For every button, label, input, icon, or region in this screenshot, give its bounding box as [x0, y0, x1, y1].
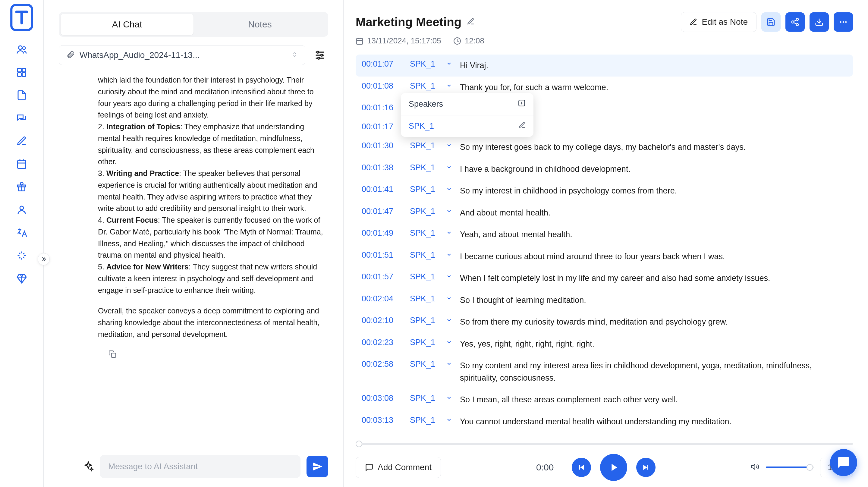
- tab-ai-chat[interactable]: AI Chat: [61, 14, 193, 35]
- svg-rect-3: [18, 68, 22, 72]
- svg-point-12: [318, 57, 320, 59]
- svg-point-14: [796, 19, 799, 21]
- share-icon-button[interactable]: [785, 12, 805, 32]
- transcript-row[interactable]: 00:01:41 SPK_1 So my interest in childho…: [355, 180, 853, 202]
- transcript-row[interactable]: 00:01:47 SPK_1 And about mental health.: [355, 202, 853, 224]
- add-speaker-icon[interactable]: [518, 99, 526, 109]
- chevron-down-icon[interactable]: [446, 229, 454, 238]
- transcript-time: 00:02:04: [362, 294, 404, 303]
- app-logo[interactable]: [8, 2, 35, 33]
- diamond-icon[interactable]: [16, 272, 28, 284]
- gift-icon[interactable]: [16, 181, 28, 193]
- transcript-speaker: SPK_1: [410, 338, 440, 347]
- chat-item: which laid the foundation for their inte…: [98, 74, 325, 121]
- transcript-speaker: SPK_1: [410, 185, 440, 194]
- svg-rect-6: [22, 73, 26, 77]
- transcript-row[interactable]: 00:01:07 SPK_1 Hi Viraj.: [355, 55, 853, 77]
- settings-sliders-icon[interactable]: [311, 47, 328, 64]
- chevron-down-icon[interactable]: [446, 394, 454, 403]
- dashboard-icon[interactable]: [16, 66, 28, 78]
- transcript-speaker: SPK_1: [410, 394, 440, 403]
- calendar-icon[interactable]: [16, 158, 28, 170]
- chevron-down-icon[interactable]: [446, 250, 454, 260]
- translate-icon[interactable]: [16, 226, 28, 239]
- transcript-row[interactable]: 00:01:51 SPK_1 I became curious about mi…: [355, 246, 853, 268]
- transcript-speaker: SPK_1: [410, 294, 440, 303]
- user-icon[interactable]: [16, 204, 28, 216]
- chevron-down-icon[interactable]: [446, 316, 454, 325]
- ai-chat-panel: AI Chat Notes WhatsApp_Audio_2024-11-13.…: [44, 0, 344, 487]
- transcript-row[interactable]: 00:03:13 SPK_1 You cannot understand men…: [355, 411, 853, 433]
- transcript-text: Yeah, and about mental health.: [460, 229, 847, 241]
- copy-button[interactable]: [107, 349, 118, 360]
- send-button[interactable]: [307, 456, 328, 477]
- document-icon[interactable]: [16, 89, 28, 101]
- more-icon-button[interactable]: [834, 12, 853, 32]
- prev-button[interactable]: [572, 458, 591, 477]
- transcript-speaker: SPK_1: [410, 81, 440, 91]
- chevron-down-icon[interactable]: [446, 163, 454, 172]
- transcript-row[interactable]: 00:03:08 SPK_1 So I mean, all these area…: [355, 389, 853, 411]
- transcript-time: 00:01:07: [362, 59, 404, 69]
- chevron-down-icon[interactable]: [446, 294, 454, 303]
- panel-tabs: AI Chat Notes: [59, 12, 328, 37]
- people-icon[interactable]: [16, 43, 28, 56]
- volume-icon[interactable]: [751, 462, 760, 473]
- sparkle-icon[interactable]: [16, 249, 28, 262]
- progress-thumb[interactable]: [355, 440, 362, 447]
- next-button[interactable]: [636, 458, 655, 477]
- svg-point-1: [19, 46, 22, 50]
- transcript-row[interactable]: 00:01:49 SPK_1 Yeah, and about mental he…: [355, 223, 853, 246]
- file-selector[interactable]: WhatsApp_Audio_2024-11-13...: [59, 45, 305, 65]
- attachment-icon: [66, 50, 75, 60]
- chevron-down-icon[interactable]: [446, 185, 454, 194]
- volume-thumb[interactable]: [807, 464, 813, 471]
- save-icon-button[interactable]: [761, 12, 781, 32]
- add-comment-button[interactable]: Add Comment: [355, 457, 441, 478]
- updown-icon: [292, 52, 298, 59]
- chat-item: 3. Writing and Practice: The speaker bel…: [98, 168, 325, 214]
- chat-input[interactable]: [100, 455, 301, 478]
- edit-speaker-icon[interactable]: [518, 121, 526, 131]
- transcript-row[interactable]: 00:02:04 SPK_1 So I thought of learning …: [355, 289, 853, 311]
- transcript-time: 00:03:08: [362, 394, 404, 403]
- transcript-row[interactable]: 00:02:58 SPK_1 So my content and my inte…: [355, 355, 853, 389]
- chevron-down-icon[interactable]: [446, 272, 454, 281]
- chevron-down-icon[interactable]: [446, 338, 454, 347]
- transcript-time: 00:01:49: [362, 229, 404, 238]
- chevron-down-icon[interactable]: [446, 360, 454, 369]
- meeting-duration: 12:08: [453, 36, 484, 45]
- play-button[interactable]: [600, 454, 627, 481]
- edit-icon[interactable]: [16, 135, 28, 147]
- transcript-text: So from there my curiosity towards mind,…: [460, 316, 847, 328]
- transcript-row[interactable]: 00:01:57 SPK_1 When I felt completely lo…: [355, 267, 853, 289]
- chevron-down-icon[interactable]: [446, 416, 454, 425]
- transcript-time: 00:01:47: [362, 207, 404, 216]
- edit-title-icon[interactable]: [467, 18, 475, 27]
- svg-point-15: [792, 21, 794, 23]
- svg-point-17: [840, 21, 841, 23]
- transcript-row[interactable]: 00:01:30 SPK_1 So my interest goes back …: [355, 136, 853, 158]
- progress-bar[interactable]: [355, 443, 853, 445]
- transcript-speaker: SPK_1: [410, 250, 440, 260]
- chats-icon[interactable]: [16, 112, 28, 124]
- transcript-time: 00:01:41: [362, 185, 404, 194]
- edit-as-note-button[interactable]: Edit as Note: [681, 12, 756, 32]
- current-time: 0:00: [536, 462, 554, 473]
- edit-note-label: Edit as Note: [702, 17, 748, 27]
- transcript-row[interactable]: 00:01:38 SPK_1 I have a background in ch…: [355, 158, 853, 180]
- transcript-text: Yes, yes, right, right, right, right, ri…: [460, 338, 847, 350]
- speaker-item[interactable]: SPK_1: [409, 121, 434, 131]
- transcript-list: Speakers SPK_1 00:01:07 SPK_1 Hi Viraj. …: [355, 55, 853, 437]
- volume-slider[interactable]: [766, 466, 814, 468]
- chevron-down-icon[interactable]: [446, 81, 454, 91]
- chevron-down-icon[interactable]: [446, 141, 454, 150]
- download-icon-button[interactable]: [809, 12, 829, 32]
- help-chat-button[interactable]: [830, 449, 857, 476]
- tab-notes[interactable]: Notes: [193, 14, 327, 35]
- chevron-down-icon[interactable]: [446, 207, 454, 216]
- transcript-row[interactable]: 00:02:10 SPK_1 So from there my curiosit…: [355, 311, 853, 333]
- transcript-time: 00:01:16: [362, 103, 404, 113]
- transcript-row[interactable]: 00:02:23 SPK_1 Yes, yes, right, right, r…: [355, 333, 853, 355]
- chevron-down-icon[interactable]: [446, 59, 454, 69]
